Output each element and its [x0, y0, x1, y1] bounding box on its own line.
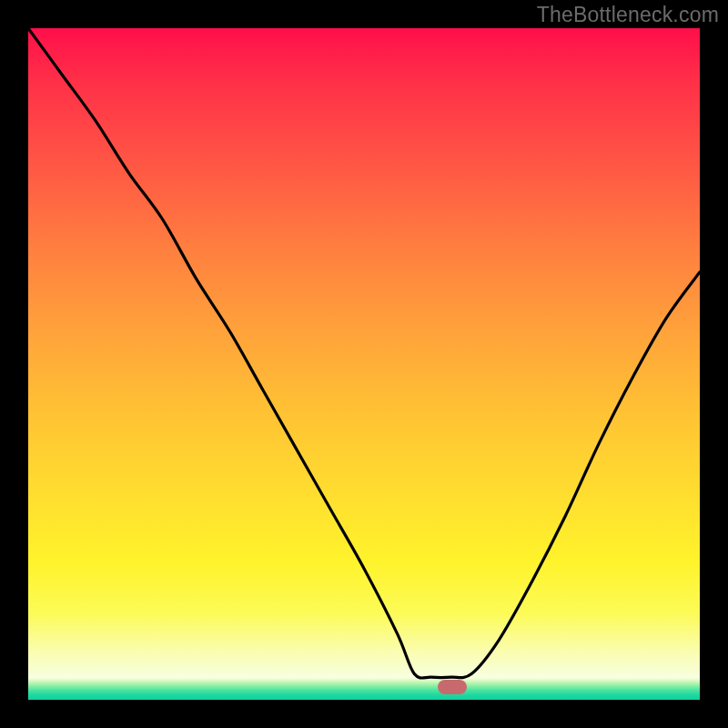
- optimum-marker: [438, 680, 467, 694]
- watermark-text: TheBottleneck.com: [537, 3, 719, 27]
- optimal-band: [28, 678, 700, 700]
- plot-area: [28, 28, 700, 700]
- heat-gradient: [28, 28, 700, 678]
- chart-frame: TheBottleneck.com: [0, 0, 728, 728]
